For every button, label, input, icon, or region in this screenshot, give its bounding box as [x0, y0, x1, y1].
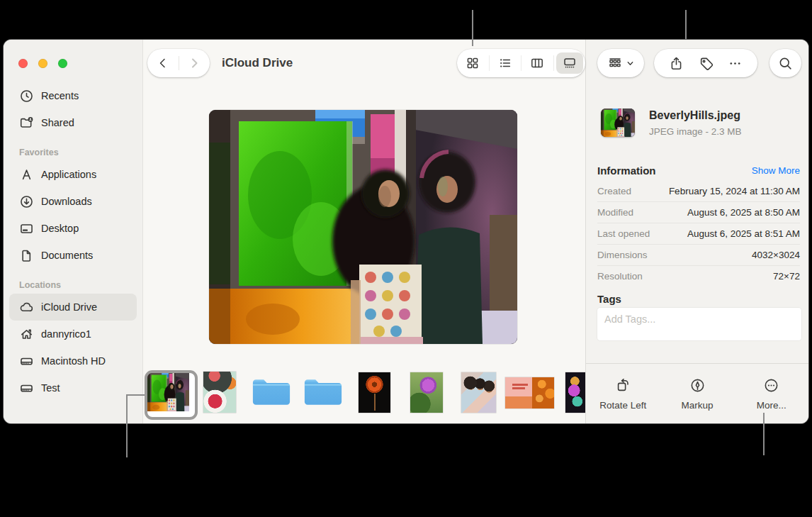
- info-row-modified: Modified August 6, 2025 at 8:50 AM: [597, 201, 800, 223]
- callout-line-selected-thumbnail-h: [126, 394, 145, 396]
- thumbnail-beverlyhills-selected[interactable]: [145, 370, 198, 420]
- search-icon: [778, 56, 793, 71]
- show-more-link[interactable]: Show More: [752, 165, 800, 176]
- desktop-icon: [19, 221, 34, 236]
- window-controls: [18, 59, 67, 68]
- back-button[interactable]: [156, 56, 170, 70]
- thumbnail-selfie[interactable]: [461, 372, 496, 413]
- icon-view-button[interactable]: [457, 49, 489, 77]
- callout-line-view-buttons: [472, 10, 473, 46]
- applications-icon: [19, 167, 34, 182]
- thumbnail-market-flyer[interactable]: [505, 377, 554, 408]
- sidebar-section-locations: Locations: [9, 269, 137, 294]
- gallery-view-button[interactable]: [554, 49, 586, 77]
- sidebar-item-recents[interactable]: Recents: [9, 82, 137, 109]
- file-name: BeverlyHills.jpeg: [649, 109, 742, 122]
- sidebar-item-label: Macintosh HD: [41, 355, 106, 367]
- zoom-button[interactable]: [58, 59, 67, 68]
- gallery-preview-image[interactable]: [209, 110, 517, 344]
- thumbnail-food-photo[interactable]: [203, 372, 236, 413]
- sidebar-item-label: Test: [41, 382, 60, 394]
- sidebar-item-documents[interactable]: Documents: [9, 242, 137, 269]
- sidebar-section-favorites: Favorites: [9, 136, 137, 161]
- shared-folder-icon: [19, 116, 34, 130]
- group-by-button[interactable]: [597, 49, 644, 77]
- gallery-view-icon: [563, 56, 577, 70]
- folder-icon: [303, 374, 344, 411]
- markup-button[interactable]: Markup: [660, 364, 735, 423]
- hard-drive-icon: [19, 354, 34, 369]
- share-button[interactable]: [669, 56, 684, 71]
- more-actions-button[interactable]: More...: [734, 364, 808, 423]
- close-button[interactable]: [18, 59, 28, 68]
- clock-icon: [19, 89, 34, 104]
- sidebar-item-label: Desktop: [41, 223, 79, 234]
- info-row-dimensions: Dimensions 4032×3024: [597, 244, 800, 265]
- thumbnail-orange-flower[interactable]: [359, 372, 390, 413]
- sidebar-item-desktop[interactable]: Desktop: [9, 215, 137, 242]
- sidebar: Recents Shared Favorites Applications Do…: [4, 40, 143, 423]
- sidebar-item-test[interactable]: Test: [9, 374, 137, 401]
- sidebar-item-label: iCloud Drive: [41, 301, 97, 313]
- sidebar-item-label: dannyrico1: [41, 328, 91, 340]
- thumbnail-folder[interactable]: [303, 374, 344, 411]
- thumbnail-folder[interactable]: [251, 374, 292, 411]
- info-row-created: Created February 15, 2024 at 11:30 AM: [597, 181, 800, 201]
- file-thumbnail: [601, 109, 635, 137]
- markup-icon: [689, 377, 706, 394]
- information-heading: Information: [597, 165, 656, 177]
- column-view-button[interactable]: [521, 49, 553, 77]
- search-button[interactable]: [769, 49, 801, 77]
- add-tags-input[interactable]: [597, 308, 801, 326]
- group-by-icon: [607, 55, 623, 71]
- tags-field-container: [597, 308, 801, 340]
- file-meta: JPEG image - 2.3 MB: [649, 126, 742, 137]
- nav-separator: [179, 56, 179, 70]
- sidebar-item-dannyrico1[interactable]: dannyrico1: [9, 321, 137, 348]
- thumbnail-concert-partial[interactable]: [565, 372, 586, 413]
- thumbnail-thistle[interactable]: [410, 372, 443, 413]
- sidebar-item-label: Documents: [41, 250, 93, 261]
- hard-drive-icon: [19, 381, 34, 396]
- rotate-left-icon: [615, 377, 631, 394]
- list-view-icon: [498, 56, 512, 70]
- sidebar-item-downloads[interactable]: Downloads: [9, 188, 137, 215]
- more-button[interactable]: [728, 56, 743, 71]
- view-switcher: [457, 49, 585, 77]
- info-row-last-opened: Last opened August 6, 2025 at 8:51 AM: [597, 223, 800, 244]
- downloads-icon: [19, 194, 34, 209]
- list-view-button[interactable]: [490, 49, 521, 77]
- page-title: iCloud Drive: [222, 56, 293, 70]
- column-view-icon: [530, 56, 544, 70]
- document-icon: [19, 248, 34, 263]
- grid-view-icon: [466, 56, 480, 70]
- gallery-view: [143, 40, 586, 423]
- sidebar-item-label: Recents: [41, 90, 79, 101]
- sidebar-item-icloud-drive[interactable]: iCloud Drive: [9, 294, 137, 321]
- callout-line-more-button: [763, 413, 765, 455]
- more-circle-icon: [763, 377, 779, 394]
- callout-line-selected-thumbnail-v: [126, 394, 128, 457]
- information-rows: Created February 15, 2024 at 11:30 AM Mo…: [597, 181, 800, 287]
- toolbar-actions: [654, 49, 757, 77]
- tags-heading: Tags: [597, 293, 621, 305]
- chevron-down-icon: [626, 60, 634, 67]
- quick-actions: Rotate Left Markup More...: [586, 363, 808, 423]
- sidebar-item-label: Applications: [41, 169, 96, 180]
- info-row-resolution: Resolution 72×72: [597, 265, 800, 287]
- rotate-left-button[interactable]: Rotate Left: [586, 364, 660, 423]
- cloud-icon: [19, 300, 34, 315]
- sidebar-item-label: Shared: [41, 117, 74, 128]
- finder-window: Recents Shared Favorites Applications Do…: [4, 40, 808, 423]
- preview-panel: BeverlyHills.jpeg JPEG image - 2.3 MB In…: [585, 40, 808, 423]
- callout-line-toolbar-actions: [685, 10, 687, 39]
- sidebar-item-shared[interactable]: Shared: [9, 109, 137, 136]
- sidebar-item-macintosh-hd[interactable]: Macintosh HD: [9, 348, 137, 374]
- tag-button[interactable]: [699, 56, 714, 71]
- sidebar-item-applications[interactable]: Applications: [9, 161, 137, 188]
- forward-button[interactable]: [187, 56, 201, 70]
- sidebar-item-label: Downloads: [41, 196, 92, 207]
- minimize-button[interactable]: [38, 59, 47, 68]
- folder-icon: [251, 374, 292, 411]
- home-icon: [19, 327, 34, 342]
